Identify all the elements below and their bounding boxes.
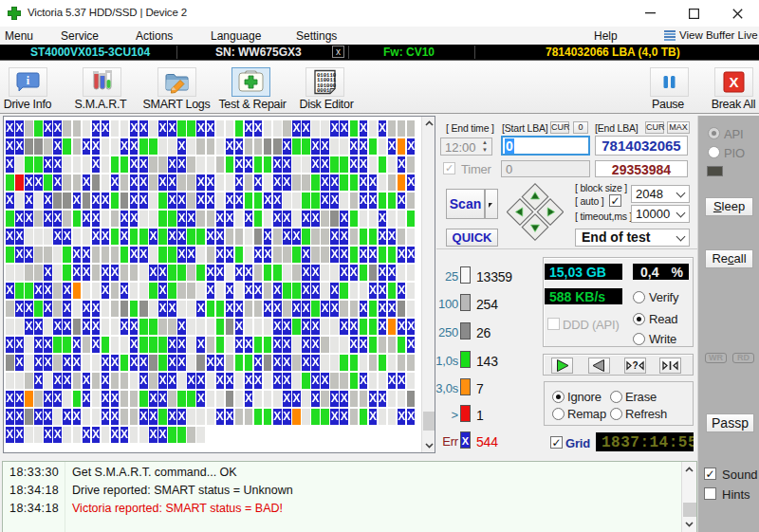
svg-text:X: X bbox=[729, 74, 738, 90]
svg-text:?: ? bbox=[632, 360, 638, 371]
svg-text:0001: 0001 bbox=[317, 87, 330, 94]
